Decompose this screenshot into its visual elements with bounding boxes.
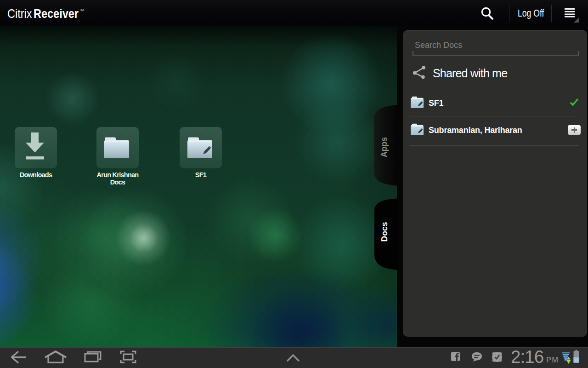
svg-text:Apps: Apps xyxy=(379,137,389,157)
svg-text:Docs: Docs xyxy=(380,222,389,242)
